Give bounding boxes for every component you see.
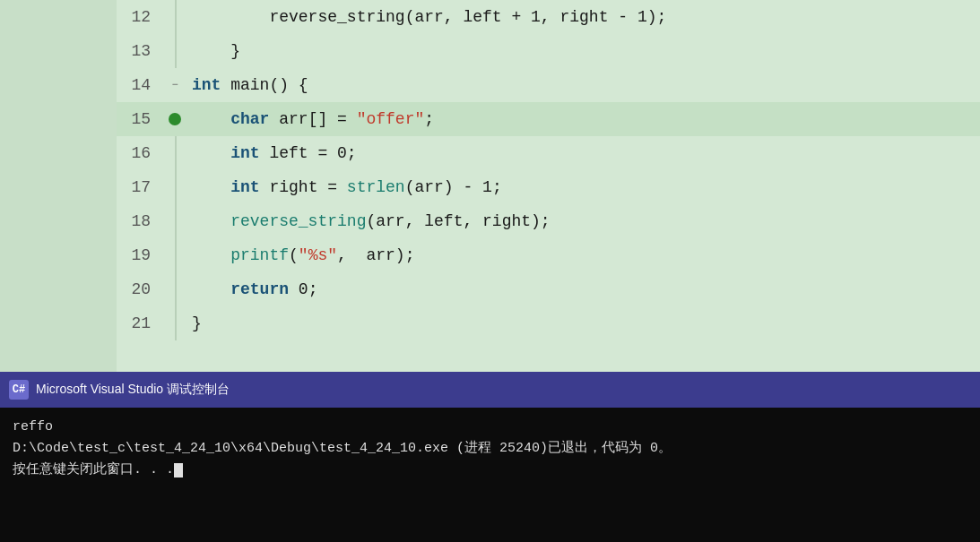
line-gutter: − xyxy=(161,68,188,102)
indent-guide xyxy=(175,272,177,306)
line-number: 21 xyxy=(117,306,161,340)
editor-left-margin xyxy=(0,0,117,372)
line-gutter xyxy=(161,34,188,68)
indent-guide xyxy=(175,238,177,272)
terminal-line: D:\Code\test_c\test_4_24_10\x64\Debug\te… xyxy=(13,438,967,460)
line-number: 12 xyxy=(117,0,161,34)
terminal-output: reffoD:\Code\test_c\test_4_24_10\x64\Deb… xyxy=(0,408,980,542)
line-gutter xyxy=(161,170,188,204)
code-text: int left = 0; xyxy=(188,136,357,170)
breakpoint-indicator[interactable] xyxy=(169,113,181,125)
code-token: (arr) - xyxy=(405,178,482,196)
line-gutter xyxy=(161,136,188,170)
code-token: arr[] = xyxy=(269,110,356,128)
code-line: 21} xyxy=(117,306,980,340)
terminal-title-bar: C# Microsoft Visual Studio 调试控制台 xyxy=(0,372,980,408)
code-line: 20 return 0; xyxy=(117,272,980,306)
code-line: 18 reverse_string(arr, left, right); xyxy=(117,204,980,238)
code-line: 13 } xyxy=(117,34,980,68)
line-number: 16 xyxy=(117,136,161,170)
line-number: 15 xyxy=(117,102,161,136)
code-token: ( xyxy=(289,246,299,264)
line-gutter xyxy=(161,0,188,34)
code-token: int xyxy=(192,144,260,162)
code-editor: 12 reverse_string(arr, left + 1, right -… xyxy=(0,0,980,372)
collapse-icon[interactable]: − xyxy=(171,79,178,91)
code-token: ; xyxy=(492,178,502,196)
code-token: } xyxy=(192,314,202,332)
code-text: char arr[] = "offer"; xyxy=(188,102,434,136)
code-text: } xyxy=(188,306,202,340)
line-gutter xyxy=(161,102,188,136)
code-token: reverse_string(arr, left + 1, right - 1)… xyxy=(192,8,666,26)
code-token: "offer" xyxy=(357,110,425,128)
code-token: int xyxy=(192,76,221,94)
line-number: 20 xyxy=(117,272,161,306)
code-token: strlen xyxy=(347,178,405,196)
indent-guide xyxy=(175,204,177,238)
line-number: 14 xyxy=(117,68,161,102)
indent-guide xyxy=(175,170,177,204)
code-text: reverse_string(arr, left + 1, right - 1)… xyxy=(188,0,666,34)
code-token: 1 xyxy=(482,178,492,196)
code-token: main() { xyxy=(221,76,308,94)
code-text: return 0; xyxy=(188,272,317,306)
code-token: ; xyxy=(347,144,357,162)
code-line: 15 char arr[] = "offer"; xyxy=(117,102,980,136)
code-token: right = xyxy=(260,178,347,196)
code-token: char xyxy=(192,110,269,128)
line-gutter xyxy=(161,204,188,238)
code-line: 12 reverse_string(arr, left + 1, right -… xyxy=(117,0,980,34)
code-token: "%s" xyxy=(299,246,337,264)
line-gutter xyxy=(161,272,188,306)
code-token: int xyxy=(192,178,260,196)
line-number: 18 xyxy=(117,204,161,238)
line-gutter xyxy=(161,238,188,272)
code-container: 12 reverse_string(arr, left + 1, right -… xyxy=(117,0,980,372)
code-token: (arr, left, right); xyxy=(366,212,550,230)
code-token: left = xyxy=(260,144,337,162)
code-line: 19 printf("%s", arr); xyxy=(117,238,980,272)
code-text: } xyxy=(188,34,240,68)
line-number: 19 xyxy=(117,238,161,272)
line-gutter xyxy=(161,306,188,340)
code-text: int right = strlen(arr) - 1; xyxy=(188,170,502,204)
terminal-line: 按任意键关闭此窗口. . . xyxy=(13,460,967,481)
terminal-app-icon: C# xyxy=(9,380,29,400)
terminal-line: reffo xyxy=(13,417,967,438)
terminal-cursor xyxy=(174,463,183,477)
code-token: 0; xyxy=(289,280,317,298)
code-line: 17 int right = strlen(arr) - 1; xyxy=(117,170,980,204)
terminal-title-text: Microsoft Visual Studio 调试控制台 xyxy=(36,382,230,398)
code-token: reverse_string xyxy=(192,212,366,230)
indent-guide xyxy=(175,136,177,170)
code-token: 0 xyxy=(337,144,347,162)
terminal-icon-label: C# xyxy=(13,383,25,396)
code-token: , arr); xyxy=(337,246,414,264)
code-text: int main() { xyxy=(188,68,308,102)
code-token: ; xyxy=(424,110,434,128)
code-line: 14−int main() { xyxy=(117,68,980,102)
indent-guide xyxy=(175,306,177,340)
line-number: 17 xyxy=(117,170,161,204)
indent-guide xyxy=(175,0,177,34)
code-line: 16 int left = 0; xyxy=(117,136,980,170)
code-token: return xyxy=(192,280,289,298)
code-token: } xyxy=(192,42,240,60)
code-token: printf xyxy=(192,246,289,264)
code-text: printf("%s", arr); xyxy=(188,238,414,272)
line-number: 13 xyxy=(117,34,161,68)
indent-guide xyxy=(175,34,177,68)
code-text: reverse_string(arr, left, right); xyxy=(188,204,551,238)
